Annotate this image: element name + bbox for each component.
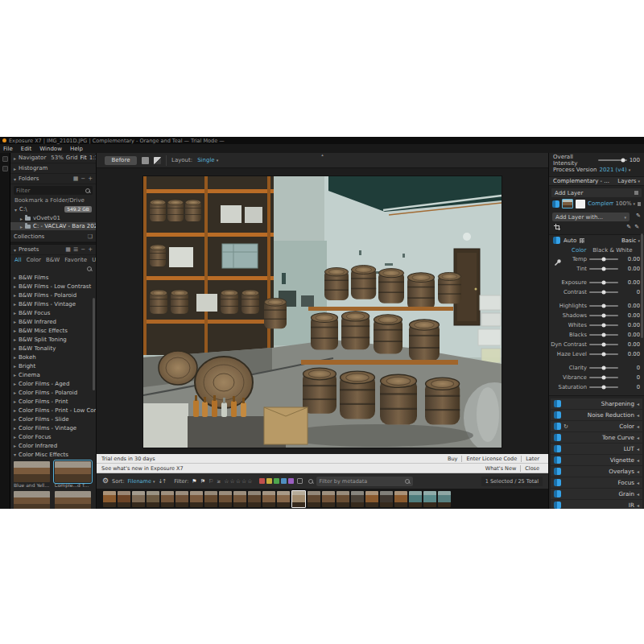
slider-knob[interactable] [602,376,606,380]
filmstrip-thumbnail[interactable] [336,491,349,507]
filmstrip-thumbnail[interactable] [380,491,393,507]
filmstrip-thumbnail[interactable] [147,491,159,507]
filmstrip-thumbnail[interactable] [291,490,306,508]
preset-group-item[interactable]: B&W Films - Polaroid [10,291,96,299]
slider-knob[interactable] [602,366,606,370]
filmstrip-thumbnail[interactable] [204,491,217,507]
slider-track[interactable] [589,324,618,326]
preset-group-item[interactable]: Color Films - Vintage [10,423,96,432]
slider-track[interactable] [589,291,618,293]
sort-select[interactable]: Filename [128,478,155,485]
color-label-chip[interactable] [288,478,294,484]
effect-panel-row[interactable]: ↻ Overlays [551,466,642,477]
histogram-header[interactable]: Histogram [10,163,96,174]
preset-group-item[interactable]: Color Films - Polaroid [10,388,96,397]
slider-knob[interactable] [602,304,606,308]
keyword-icon[interactable] [308,479,313,484]
enable-toggle[interactable] [554,456,561,464]
slider-knob[interactable] [602,314,606,318]
auto-levels-icon[interactable] [580,238,584,243]
folder-row[interactable]: vOvetv01 [10,214,96,222]
rating-ge-icon[interactable]: ≥ [217,478,221,484]
slider-track[interactable] [589,353,618,355]
flag-reject-icon[interactable]: ⚑ [200,478,205,485]
auto-button[interactable]: Auto [564,237,576,244]
fit-button[interactable]: Fit [80,155,87,161]
proof-icon[interactable] [142,157,149,164]
heal-tool-icon[interactable]: ✎ [626,224,631,230]
slider-knob[interactable] [602,324,606,328]
enable-toggle[interactable] [554,434,561,441]
notification-action[interactable]: Enter License Code [461,456,521,462]
layers-header[interactable]: Complementary - ... Layers [549,176,644,186]
slider-track[interactable] [589,344,618,345]
process-version-select[interactable]: 2021 (v4) [600,167,631,173]
brush-icon[interactable]: ✎ [636,213,641,219]
layer-name[interactable]: Complem... [588,200,613,207]
one-to-one-button[interactable]: 1:1 [89,155,97,161]
filmstrip-thumbnail[interactable] [438,491,451,507]
filmstrip-thumbnail[interactable] [219,491,232,507]
basic-panel-title[interactable]: Basic [621,237,640,244]
remove-icon[interactable]: − [80,246,85,253]
folder-filter-input[interactable]: Filter [14,186,93,195]
preset-tab[interactable]: Color [27,257,41,263]
effect-panel-row[interactable]: ↻ Noise Reduction [551,410,642,420]
filmstrip-thumbnail[interactable] [394,491,407,507]
slider-knob[interactable] [602,291,606,295]
layers-menu[interactable]: Layers [617,178,640,184]
slider-track[interactable] [589,377,618,378]
layout-select[interactable]: Single [197,157,218,163]
collections-row[interactable]: Collections ❏ [10,232,96,242]
layer-visibility-toggle[interactable] [552,200,559,208]
preset-search-row[interactable] [10,265,96,273]
overall-intensity-slider[interactable] [598,159,627,161]
slider-knob[interactable] [602,343,606,347]
preset-group-item[interactable]: Color Films - Print [10,397,96,406]
slider-track[interactable] [589,282,618,283]
slider-track[interactable] [589,268,618,270]
preset-thumbnail[interactable]: Comple...d Teal [55,461,91,489]
preset-group-item[interactable]: B&W Films - Low Contrast [10,282,96,291]
slider-track[interactable] [589,334,618,336]
color-label-chip[interactable] [259,478,265,484]
filmstrip-thumbnail[interactable] [365,491,378,507]
slider-knob[interactable] [602,267,606,271]
navigator-header[interactable]: Navigator 53% Grid Fit 1:1 [10,153,96,163]
preset-tab[interactable]: All [14,257,22,263]
layer-opacity[interactable]: 100% [616,200,636,207]
slider-knob[interactable] [602,353,606,357]
color-label-none-chip[interactable] [297,478,303,484]
color-label-chip[interactable] [266,478,272,484]
preset-tab[interactable]: Black & White [592,247,632,254]
filmstrip-thumbnail[interactable] [351,491,364,507]
filmstrip-thumbnail[interactable] [190,491,203,507]
slider-track[interactable] [589,315,618,316]
layer-mask-swatch[interactable] [576,200,585,208]
preset-group-item[interactable]: B&W Infrared [10,317,96,326]
add-layer-row[interactable]: Add Layer [551,188,642,197]
drive-row[interactable]: C:\ 549.2 GB [10,204,96,214]
enable-toggle[interactable] [554,502,561,509]
eyedropper-icon[interactable] [554,257,561,266]
gear-icon[interactable]: ⚙ [102,477,109,485]
slider-track[interactable] [589,258,618,260]
right-scrollbar[interactable] [641,233,643,338]
slider-track[interactable] [589,305,618,307]
layer-row[interactable]: Complem... 100% [549,197,644,210]
menu-item[interactable]: Help [70,146,83,152]
remove-icon[interactable]: − [80,175,85,182]
preset-tab[interactable]: Favorite [64,257,87,263]
preset-group-item[interactable]: Color Focus [10,432,96,441]
presets-header[interactable]: Presets ▦ ☰ − + [10,245,96,255]
preset-group-item[interactable]: Cinema [10,370,96,379]
filmstrip-thumbnail[interactable] [175,491,188,507]
bookmark-folder-link[interactable]: Bookmark a Folder/Drive [10,196,96,204]
panel-toggle-icon[interactable] [2,166,8,171]
effect-panel-row[interactable]: ↻ Tone Curve [551,432,642,443]
enable-toggle[interactable] [554,411,561,419]
add-folder-icon[interactable]: ▦ [73,175,79,182]
layer-menu-icon[interactable] [638,202,641,206]
slider-knob[interactable] [621,159,625,163]
filmstrip-thumbnail[interactable] [322,491,335,507]
